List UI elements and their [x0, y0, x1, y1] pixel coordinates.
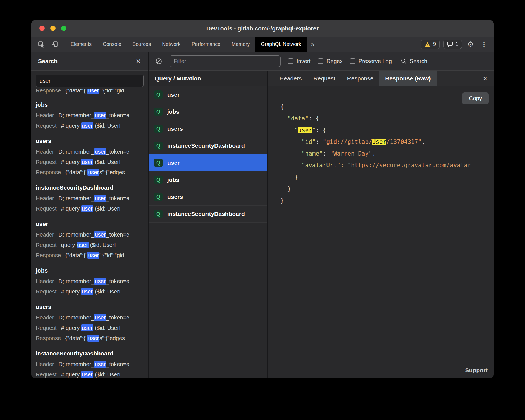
json-token: : {: [309, 115, 319, 122]
search-input[interactable]: [36, 75, 144, 87]
query-list-item[interactable]: Quser: [149, 154, 267, 171]
detail-close-icon[interactable]: ×: [476, 71, 494, 86]
search-match-highlight: user: [87, 252, 99, 259]
search-panel-close-icon[interactable]: ×: [136, 57, 141, 65]
toolbar-search-button[interactable]: Search: [401, 58, 427, 65]
support-link[interactable]: Support: [465, 367, 488, 374]
result-line-label: Request: [36, 206, 57, 212]
zoom-window-button[interactable]: [61, 26, 66, 31]
tab-performance[interactable]: Performance: [186, 37, 226, 52]
result-text-segment: ($id: UserI: [93, 288, 121, 295]
filter-input[interactable]: [170, 55, 281, 67]
close-window-button[interactable]: [39, 26, 45, 31]
json-token: [280, 115, 287, 122]
search-result-line[interactable]: HeaderD; remember_user_token=e: [36, 230, 144, 240]
inspect-element-icon[interactable]: [35, 37, 48, 52]
query-list-item[interactable]: QinstanceSecurityDashboard: [149, 206, 267, 223]
search-result-group: instanceSecurityDashboardHeaderD; rememb…: [36, 182, 144, 214]
search-result-line[interactable]: Request# query user ($id: UserI: [36, 204, 144, 214]
result-text-segment: D; remember_: [59, 314, 94, 321]
json-token: ": [295, 127, 298, 133]
search-result-line[interactable]: HeaderD; remember_user_token=e: [36, 312, 144, 323]
search-result-line[interactable]: Requestquery user ($id: UserI: [36, 240, 144, 250]
search-result-line[interactable]: Request# query user ($id: UserI: [36, 287, 144, 297]
kebab-menu-icon[interactable]: ⋮: [479, 40, 489, 48]
search-result-line[interactable]: HeaderD; remember_user_token=e: [36, 147, 144, 157]
json-token: : {: [316, 127, 326, 133]
json-line: "data": {: [280, 113, 494, 124]
search-match-highlight: user: [81, 324, 93, 331]
tab-response[interactable]: Response: [341, 71, 380, 86]
issues-badge[interactable]: 1: [443, 40, 462, 49]
search-result-line[interactable]: Response{"data":{"user":{"id":"gid: [36, 89, 124, 95]
json-token: ": [312, 127, 316, 133]
result-group-title[interactable]: users: [36, 301, 144, 312]
tab-elements[interactable]: Elements: [65, 37, 97, 52]
search-result-line[interactable]: Request# query user ($id: UserI: [36, 323, 144, 333]
query-list-item[interactable]: Qjobs: [149, 171, 267, 188]
tab-memory[interactable]: Memory: [226, 37, 255, 52]
invert-checkbox[interactable]: Invert: [288, 58, 311, 65]
search-result-line[interactable]: HeaderD; remember_user_token=e: [36, 110, 144, 121]
json-token: "name": [302, 150, 323, 157]
copy-button[interactable]: Copy: [462, 92, 489, 104]
preserve-log-checkbox[interactable]: Preserve Log: [350, 58, 392, 65]
search-result-line[interactable]: Request# query user ($id: UserI: [36, 157, 144, 167]
query-list-item[interactable]: QinstanceSecurityDashboard: [149, 137, 267, 154]
search-result-line[interactable]: HeaderD; remember_user_token=e: [36, 359, 144, 369]
result-group-title[interactable]: user: [36, 218, 144, 230]
result-text-segment: {"data":{": [65, 169, 87, 175]
json-token: [280, 162, 302, 169]
device-toolbar-icon[interactable]: [48, 37, 61, 52]
tab-console[interactable]: Console: [97, 37, 127, 52]
search-result-line[interactable]: HeaderD; remember_user_token=e: [36, 276, 144, 287]
result-group-title[interactable]: jobs: [36, 265, 144, 276]
result-line-label: Request: [36, 242, 57, 248]
search-result-group: userHeaderD; remember_user_token=eReques…: [36, 218, 144, 261]
result-group-title[interactable]: users: [36, 135, 144, 147]
search-result-line[interactable]: Response{"data":{"users":{"edges: [36, 333, 144, 343]
network-body: Query / Mutation QuserQjobsQusersQinstan…: [149, 71, 494, 378]
query-list-item[interactable]: Qjobs: [149, 103, 267, 120]
tabbar-separator: [63, 40, 63, 48]
search-match-highlight: User: [372, 139, 386, 145]
result-group-title[interactable]: instanceSecurityDashboard: [36, 348, 144, 359]
json-line: }: [280, 183, 494, 195]
search-icon: [401, 58, 407, 64]
search-match-highlight: user: [81, 288, 93, 295]
search-result-line[interactable]: Request# query user ($id: UserI: [36, 121, 144, 131]
more-tabs-chevron-icon[interactable]: »: [307, 37, 318, 52]
query-type-badge: Q: [154, 142, 163, 150]
result-text-segment: {"data":{": [65, 89, 87, 94]
result-line-label: Header: [36, 278, 54, 284]
warnings-badge[interactable]: 9: [421, 40, 440, 49]
settings-gear-icon[interactable]: ⚙: [466, 40, 475, 49]
search-result-line[interactable]: HeaderD; remember_user_token=e: [36, 193, 144, 204]
query-name: instanceSecurityDashboard: [167, 142, 245, 149]
query-list-item[interactable]: Quser: [149, 86, 267, 103]
clear-log-icon[interactable]: [155, 58, 162, 65]
query-list-item[interactable]: Qusers: [149, 188, 267, 206]
result-text-segment: D; remember_: [59, 149, 94, 155]
json-line: {: [280, 101, 494, 113]
tab-response-raw[interactable]: Response (Raw): [379, 71, 436, 86]
checkbox-label: Preserve Log: [359, 58, 392, 65]
search-result-line[interactable]: Response{"data":{"users":{"edges: [36, 167, 144, 178]
search-result-group: usersHeaderD; remember_user_token=eReque…: [36, 301, 144, 343]
query-list-item[interactable]: Qusers: [149, 120, 267, 137]
result-text-segment: ($id: UserI: [93, 206, 121, 212]
result-line-label: Response: [36, 335, 61, 341]
tab-network[interactable]: Network: [156, 37, 186, 52]
tab-request[interactable]: Request: [307, 71, 341, 86]
regex-checkbox[interactable]: Regex: [318, 58, 343, 65]
result-group-title[interactable]: jobs: [36, 99, 144, 110]
result-line-label: Request: [36, 371, 57, 378]
result-group-title[interactable]: instanceSecurityDashboard: [36, 182, 144, 193]
tab-headers[interactable]: Headers: [274, 71, 307, 86]
tab-graphql-network[interactable]: GraphQL Network: [255, 37, 307, 52]
search-result-line[interactable]: Request# query user ($id: UserI: [36, 369, 144, 378]
minimize-window-button[interactable]: [50, 26, 56, 31]
tab-sources[interactable]: Sources: [127, 37, 156, 52]
result-text-segment: D; remember_: [59, 278, 94, 284]
search-result-line[interactable]: Response{"data":{"user":{"id":"gid: [36, 250, 144, 261]
